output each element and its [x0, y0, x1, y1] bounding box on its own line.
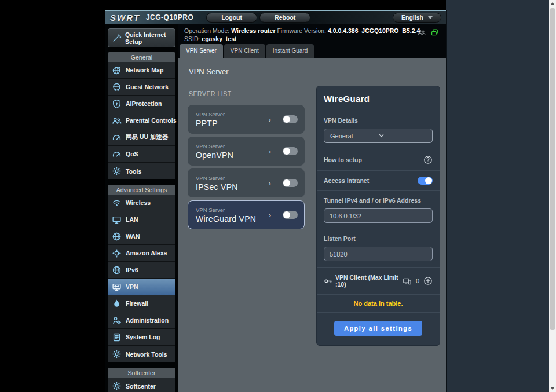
apply-all-settings-button[interactable]: Apply all settings [334, 321, 422, 336]
how-to-setup-label: How to setup [324, 156, 362, 163]
sidebar-item-label: VPN [126, 283, 138, 290]
server-card-wireguard-vpn[interactable]: VPN ServerWireGuard VPN› [188, 200, 305, 229]
panel-title: WireGuard [324, 94, 433, 104]
operation-mode-link[interactable]: Wireless router [231, 27, 275, 34]
server-enable-toggle[interactable] [283, 211, 298, 219]
page-background [446, 0, 549, 392]
card-divider [276, 173, 276, 193]
language-dropdown[interactable]: English [393, 13, 441, 23]
tab-vpn-client[interactable]: VPN Client [224, 44, 265, 58]
sidebar-item-ipv6[interactable]: IPv6 [108, 262, 175, 279]
sidebar-item-system-log[interactable]: System Log [108, 329, 175, 346]
sidebar-item-guest-network[interactable]: Guest Network [108, 79, 175, 96]
access-intranet-row: Access Intranet [317, 171, 440, 191]
chevron-right-icon: › [269, 115, 271, 124]
browser-viewport: SWRT JCG-Q10PRO Logout Reboot English Qu… [0, 0, 556, 392]
server-type-label: VPN Server [196, 111, 269, 118]
sidebar-item-label: Parental Controls [126, 117, 177, 124]
scroll-up-arrow-icon[interactable] [549, 0, 556, 7]
brand-logo: SWRT [110, 13, 140, 23]
globe-pin-icon [112, 65, 122, 75]
server-card-pptp[interactable]: VPN ServerPPTP› [188, 105, 305, 134]
server-card-ipsec-vpn[interactable]: VPN ServerIPSec VPN› [188, 168, 305, 197]
tab-bar: VPN ServerVPN ClientInstant Guard [178, 43, 446, 58]
router-model: JCG-Q10PRO [146, 13, 193, 21]
reboot-button[interactable]: Reboot [259, 13, 310, 23]
status-banner: Operation Mode: Wireless router Firmware… [178, 24, 446, 43]
scroll-down-arrow-icon[interactable] [549, 385, 556, 392]
firmware-label: Firmware Version: [277, 27, 326, 34]
sidebar-item-label: Tools [126, 168, 141, 175]
ssid-label: SSID: [184, 35, 200, 42]
sidebar-item-softcenter[interactable]: Softcenter [108, 378, 175, 392]
how-to-setup-row: How to setup [317, 149, 440, 171]
server-card-openvpn[interactable]: VPN ServerOpenVPN› [188, 137, 305, 166]
banner-line-1: Operation Mode: Wireless router Firmware… [184, 27, 440, 35]
sidebar-item-vpn[interactable]: VPN [108, 279, 175, 295]
firmware-version-link[interactable]: 4.0.0.4.386_JCGQ10PRO_B5.2.4 [328, 27, 420, 34]
key-icon [324, 277, 332, 285]
sidebar-item-amazon-alexa[interactable]: Amazon Alexa [108, 245, 175, 262]
sidebar-section-general: GeneralNetwork MapGuest NetworkAiProtect… [108, 52, 175, 179]
server-enable-toggle[interactable] [283, 147, 298, 155]
sidebar-item-lan[interactable]: LAN [108, 211, 175, 228]
sidebar-item-label: LAN [126, 216, 138, 223]
listen-port-input[interactable] [324, 247, 433, 261]
clients-icon[interactable] [417, 29, 426, 36]
server-name: WireGuard VPN [196, 214, 269, 224]
sidebar-item-label: WAN [126, 233, 140, 240]
vpn-details-dropdown[interactable]: General [324, 129, 433, 143]
tunnel-address-row: Tunnel IPv4 and / or IPv6 Address [317, 191, 440, 229]
chevron-right-icon: › [269, 179, 271, 188]
access-intranet-label: Access Intranet [324, 177, 369, 184]
server-enable-toggle[interactable] [283, 179, 298, 187]
server-name: OpenVPN [196, 151, 269, 160]
globe-users-icon [112, 82, 122, 92]
sidebar-item-qos[interactable]: QoS [108, 146, 175, 163]
sidebar-item-aiprotection[interactable]: AiProtection [108, 96, 175, 112]
sidebar-item-parental-controls[interactable]: Parental Controls [108, 112, 175, 129]
wifi-icon [112, 198, 122, 208]
sidebar-section-header: Softcenter [108, 368, 175, 378]
add-client-icon[interactable] [423, 276, 433, 285]
card-divider [276, 141, 276, 161]
server-enable-toggle[interactable] [283, 115, 298, 123]
browser-scrollbar[interactable] [549, 0, 556, 392]
scrollbar-thumb[interactable] [550, 8, 555, 330]
card-divider [276, 109, 276, 129]
globe-icon [112, 232, 122, 241]
chevron-right-icon: › [269, 147, 271, 156]
access-intranet-toggle[interactable] [418, 177, 433, 185]
sidebar-item-label: QoS [126, 151, 138, 157]
sidebar-item-label: AiProtection [126, 100, 162, 107]
doc-icon [112, 332, 122, 342]
logout-button[interactable]: Logout [206, 13, 257, 23]
chevron-right-icon: › [269, 211, 271, 219]
sidebar-section-softcenter: SoftcenterSoftcenter [108, 368, 175, 392]
chevron-down-icon [378, 133, 426, 139]
sidebar-item-wireless[interactable]: Wireless [108, 195, 175, 211]
flame-icon [112, 299, 122, 309]
tunnel-address-input[interactable] [324, 208, 433, 223]
chevron-down-icon [428, 16, 433, 19]
tab-instant-guard[interactable]: Instant Guard [266, 44, 314, 58]
gear-icon [112, 166, 122, 176]
sidebar-section-header: General [108, 52, 175, 62]
sidebar-item-network-tools[interactable]: Network Tools [108, 346, 175, 362]
question-circle-icon[interactable] [423, 155, 433, 164]
server-name: PPTP [196, 119, 269, 128]
sidebar-item-administration[interactable]: Administration [108, 312, 175, 329]
ssid-link[interactable]: egasky_test [202, 35, 236, 42]
people-icon [112, 116, 122, 126]
sidebar: Quick Internet Setup GeneralNetwork MapG… [105, 24, 178, 392]
sidebar-item-tools[interactable]: Tools [108, 163, 175, 179]
sidebar-item-wan[interactable]: WAN [108, 228, 175, 245]
sidebar-item-firewall[interactable]: Firewall [108, 295, 175, 312]
sidebar-item-label: Network Tools [126, 351, 167, 358]
wired-clients-icon[interactable] [430, 28, 439, 36]
monitor-icon [112, 215, 122, 225]
sidebar-item-network-map[interactable]: Network Map [108, 62, 175, 79]
tab-vpn-server[interactable]: VPN Server [180, 44, 223, 58]
sidebar-item-网易-uu-加速器[interactable]: 网易 UU 加速器 [108, 129, 175, 146]
quick-internet-setup-button[interactable]: Quick Internet Setup [108, 28, 175, 47]
